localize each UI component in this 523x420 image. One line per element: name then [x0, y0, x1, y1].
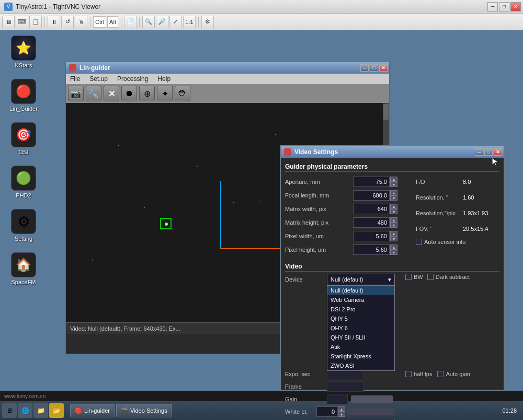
- focal-input[interactable]: [353, 190, 390, 201]
- pixel-h-down-btn[interactable]: ▼: [390, 250, 397, 255]
- white-pt-row: White pt. ▲ ▼: [285, 406, 499, 417]
- menu-processing[interactable]: Processing: [115, 75, 150, 83]
- gain-input[interactable]: [327, 394, 348, 404]
- tool-star-btn[interactable]: ✦: [157, 86, 173, 101]
- matrix-w-input[interactable]: [353, 204, 390, 214]
- tool-crosshair-btn[interactable]: ✕: [104, 86, 119, 101]
- resolution-row: Resolution, " 1.60: [416, 192, 499, 203]
- device-option-qhy5[interactable]: QHY 5: [327, 314, 394, 323]
- tb-ctrl-label[interactable]: Ctrl: [93, 16, 106, 28]
- tb-zoom-in-icon[interactable]: 🔍: [142, 16, 155, 28]
- svg-marker-0: [492, 158, 498, 166]
- vnc-maximize-button[interactable]: □: [499, 2, 509, 11]
- desktop-icon-spacefm[interactable]: 🏠 SpaceFM: [5, 252, 42, 285]
- aperture-up-btn[interactable]: ▲: [390, 177, 397, 182]
- tool-help-btn[interactable]: ⛑: [175, 86, 190, 101]
- taskbar-linguider-btn[interactable]: 🔴 Lin-guider: [70, 404, 115, 417]
- half-fps-checkbox[interactable]: [405, 371, 412, 377]
- device-option-zwo[interactable]: ZWO ASI: [327, 361, 394, 370]
- aperture-row: Aperture, mm ▲ ▼: [285, 176, 412, 188]
- white-pt-slider[interactable]: [347, 408, 394, 415]
- tool-record-btn[interactable]: ⏺: [121, 86, 137, 101]
- bw-checkbox-item[interactable]: BW: [405, 274, 423, 280]
- desktop-icon-phd2[interactable]: 🟢 PHD2: [5, 166, 42, 199]
- tb-paste-icon[interactable]: 📄: [124, 16, 137, 28]
- desktop-icon-kstars[interactable]: ⭐ KStars: [5, 36, 42, 68]
- menu-setup[interactable]: Set.up: [87, 75, 110, 83]
- tb-zoom-fit-icon[interactable]: ⤢: [169, 16, 182, 28]
- half-fps-label: half fps: [414, 371, 432, 377]
- auto-sensor-checkbox-item[interactable]: Auto sensor info: [416, 239, 466, 245]
- device-dropdown-btn[interactable]: Null (default) ▾: [327, 274, 395, 285]
- tool-camera-btn[interactable]: 📷: [68, 86, 84, 101]
- matrix-h-up-btn[interactable]: ▲: [390, 217, 397, 223]
- tb-refresh-icon[interactable]: ↺: [61, 16, 74, 28]
- tb-zoom-actual-icon[interactable]: 1:1: [183, 16, 196, 28]
- tb-keyboard-icon[interactable]: ⌨: [16, 16, 28, 28]
- taskbar-icon-1[interactable]: 🖥: [2, 403, 17, 418]
- dark-subtract-checkbox-item[interactable]: Dark subtract: [427, 274, 470, 280]
- scrollbar-thumb[interactable]: [383, 104, 389, 120]
- tb-remote-icon[interactable]: 🖱: [75, 16, 87, 28]
- taskbar-icon-3[interactable]: 📁: [33, 403, 48, 418]
- white-pt-input[interactable]: [316, 406, 337, 417]
- video-settings-minimize-btn[interactable]: ─: [475, 148, 483, 156]
- taskbar-video-label: Video Settings: [130, 407, 167, 414]
- linguider-close-btn[interactable]: ✕: [379, 64, 388, 72]
- focal-up-btn[interactable]: ▲: [390, 190, 397, 195]
- auto-sensor-checkbox[interactable]: [416, 239, 422, 245]
- matrix-w-down-btn[interactable]: ▼: [390, 209, 397, 214]
- aperture-down-btn[interactable]: ▼: [390, 182, 397, 187]
- taskbar-videosettings-btn[interactable]: 🎬 Video Settings: [116, 404, 172, 417]
- tb-pause-icon[interactable]: ⏸: [48, 16, 60, 28]
- matrix-h-input[interactable]: [353, 217, 390, 228]
- linguider-minimize-btn[interactable]: ─: [360, 64, 369, 72]
- tb-alt-label[interactable]: Alt: [107, 16, 118, 28]
- device-option-dsi2[interactable]: DSI 2 Pro: [327, 305, 394, 314]
- tb-sep4: [139, 17, 140, 27]
- tb-zoom-out-icon[interactable]: 🔎: [156, 16, 168, 28]
- device-option-sx[interactable]: Starlight Xpress: [327, 352, 394, 361]
- device-option-atik[interactable]: Atik: [327, 342, 394, 352]
- matrix-w-up-btn[interactable]: ▲: [390, 204, 397, 209]
- desktop-icon-linguider[interactable]: 🔴 Lin_Guider: [5, 79, 42, 112]
- pixel-w-input[interactable]: [353, 231, 390, 241]
- white-pt-up-btn[interactable]: ▲: [338, 406, 345, 412]
- device-option-webcam[interactable]: Web Camera: [327, 295, 394, 305]
- tool-guide-btn[interactable]: ⊕: [139, 86, 155, 101]
- half-fps-checkbox-item[interactable]: half fps: [405, 371, 432, 377]
- video-settings-close-btn[interactable]: ✕: [494, 148, 502, 156]
- taskbar-icon-4[interactable]: 📂: [49, 403, 64, 418]
- auto-gain-checkbox-item[interactable]: Auto gain: [437, 371, 470, 377]
- device-option-null[interactable]: Null (default): [327, 286, 394, 295]
- video-settings-maximize-btn[interactable]: □: [484, 148, 493, 156]
- white-pt-down-btn[interactable]: ▼: [338, 412, 345, 417]
- tool-settings-btn[interactable]: 🔧: [86, 86, 101, 101]
- bw-checkbox[interactable]: [405, 274, 412, 280]
- device-option-qhy5ii[interactable]: QHY 5II / 5LII: [327, 333, 394, 342]
- matrix-h-down-btn[interactable]: ▼: [390, 223, 397, 228]
- auto-gain-checkbox[interactable]: [437, 371, 444, 377]
- frame-input[interactable]: [327, 381, 363, 392]
- vnc-close-button[interactable]: ✕: [510, 2, 521, 11]
- aperture-input[interactable]: [353, 177, 390, 187]
- menu-help[interactable]: Help: [155, 75, 173, 83]
- tb-monitor-icon[interactable]: 🖥: [2, 16, 15, 28]
- dark-subtract-checkbox[interactable]: [427, 274, 434, 280]
- gain-slider[interactable]: [351, 395, 393, 403]
- desktop-icon-osi[interactable]: 🎯 OSI: [5, 122, 42, 155]
- pixel-w-up-btn[interactable]: ▲: [390, 231, 397, 236]
- device-option-qhy6[interactable]: QHY 6: [327, 323, 394, 333]
- focal-down-btn[interactable]: ▼: [390, 195, 397, 201]
- linguider-maximize-btn[interactable]: □: [370, 64, 378, 72]
- vnc-minimize-button[interactable]: ─: [487, 2, 498, 11]
- desktop-icon-setting[interactable]: ⚙ Setting: [5, 209, 42, 242]
- taskbar-icon-2[interactable]: 🌐: [18, 403, 32, 418]
- tb-clipboard-icon[interactable]: 📋: [29, 16, 42, 28]
- device-dropdown-list: Null (default) Web Camera DSI 2 Pro QHY …: [327, 285, 395, 371]
- pixel-h-up-btn[interactable]: ▲: [390, 244, 397, 250]
- menu-file[interactable]: File: [68, 75, 82, 83]
- pixel-h-input[interactable]: [353, 244, 390, 255]
- pixel-w-down-btn[interactable]: ▼: [390, 236, 397, 241]
- tb-options-icon[interactable]: ⚙: [201, 16, 214, 28]
